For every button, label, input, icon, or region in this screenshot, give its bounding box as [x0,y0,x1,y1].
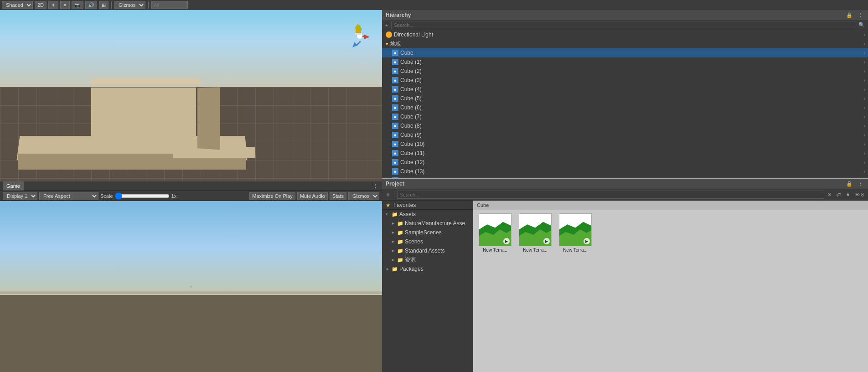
tree-standard[interactable]: ► 📁 Standard Assets [382,246,473,255]
favorites-header[interactable]: ★ Favorites [382,201,473,210]
project-add-btn[interactable]: + [385,191,391,198]
tree-assets[interactable]: ▾ 📁 Assets [382,210,473,219]
hierarchy-cube-6[interactable]: ■ Cube (6) › [382,103,868,112]
tree-packages[interactable]: ► 📁 Packages [382,264,473,274]
standard-label: Standard Assets [405,248,444,254]
cube-icon-2: ■ [392,68,398,74]
audio-btn[interactable]: 🔊 [85,1,97,9]
hierarchy-menu[interactable]: ⋮ [857,12,864,18]
game-tab-header: Game ⋮ [0,181,382,191]
assets-label: Assets [399,211,416,217]
tree-sample[interactable]: ► 📁 SampleScenes [382,228,473,237]
gizmos-dropdown[interactable]: Gizmos [114,1,145,9]
hierarchy-cube-12[interactable]: ■ Cube (12) › [382,158,868,167]
tree-resources[interactable]: ► 📁 资源 [382,255,473,264]
hierarchy-search-input[interactable] [391,21,855,29]
dir-light-icon [386,31,392,38]
cube-icon-1: ■ [392,59,398,65]
cube-chevron-2: › [864,69,865,74]
asset-name-3: New Terra... [563,248,588,253]
display-dropdown[interactable]: Display 1 [3,192,37,200]
project-filter-btn[interactable]: ⊙ [826,191,833,197]
hierarchy-cube-9[interactable]: ■ Cube (9) › [382,130,868,140]
hierarchy-cube-11[interactable]: ■ Cube (11) › [382,149,868,158]
dir-light-label: Directional Light [394,31,433,38]
shading-dropdown[interactable]: Shaded [2,1,33,9]
fav-star-icon: ★ [386,202,391,208]
hierarchy-cube-4[interactable]: ■ Cube (4) › [382,85,868,94]
hierarchy-cube-10[interactable]: ■ Cube (10) › [382,140,868,149]
asset-terrain-3[interactable]: ▶ New Terra... [557,213,594,253]
terrain-play-3[interactable]: ▶ [584,238,590,244]
nature-tri: ► [391,221,396,226]
terrain-play-1[interactable]: ▶ [503,238,510,244]
project-title: Project [386,181,404,187]
terrain-play-2[interactable]: ▶ [543,238,550,244]
hierarchy-cube-5[interactable]: ■ Cube (5) › [382,94,868,103]
cube-label-2: Cube (2) [400,68,422,74]
project-content: ★ Favorites ▾ 📁 Assets ► 📁 NatureMa [382,201,868,372]
cube-icon-10: ■ [392,141,398,147]
gizmo-widget[interactable] [348,24,371,49]
asset-terrain-2[interactable]: ▶ New Terra... [517,213,553,253]
hierarchy-directional-light[interactable]: Directional Light › [382,30,868,39]
project-eye-btn[interactable]: 👁 8 [853,192,865,197]
cube-chevron-8: › [864,124,865,129]
game-gizmos-dropdown[interactable]: Gizmos [348,192,379,200]
game-screen [0,201,382,372]
hierarchy-cube-8[interactable]: ■ Cube (8) › [382,121,868,130]
persp-label: ← Persp [347,62,368,69]
hierarchy-cube-2[interactable]: ■ Cube (2) › [382,67,868,76]
cube-top [91,78,201,84]
cube-chevron-13: › [864,169,865,174]
fx-btn[interactable]: ✦ [60,1,70,9]
hierarchy-cube-3[interactable]: ■ Cube (3) › [382,76,868,85]
scene-search[interactable] [151,1,188,9]
scale-slider[interactable] [115,193,170,199]
2d-toggle[interactable]: 2D [35,1,46,9]
tree-nature[interactable]: ► 📁 NatureManufacture Asse [382,219,473,228]
cube-icon-12: ■ [392,159,398,165]
project-lock[interactable]: 🔒 [845,181,854,187]
hierarchy-panel: Hierarchy 🔒 ⋮ + 🔍 Directional Light › [382,10,868,179]
tree-scenes[interactable]: ► 📁 Scenes [382,237,473,246]
project-star-btn[interactable]: ★ [844,191,852,197]
cube-label-20: Cube (20) [400,177,424,178]
hierarchy-cube[interactable]: ■ Cube › [382,48,868,57]
hierarchy-cube-20[interactable]: ■ Cube (20) › [382,176,868,178]
scene-view[interactable]: ← Persp [0,10,382,181]
cube-chevron-5: › [864,96,865,101]
cube-label-9: Cube (9) [400,132,422,138]
mute-btn[interactable]: Mute Audio [297,192,328,200]
hierarchy-title: Hierarchy [386,12,411,18]
hierarchy-floor[interactable]: ▾ 地板 › [382,39,868,48]
hierarchy-cube-1[interactable]: ■ Cube (1) › [382,57,868,67]
hierarchy-search-icon[interactable]: 🔍 [857,22,866,28]
game-tab[interactable]: Game [3,181,24,191]
cube-icon-7: ■ [392,114,398,120]
cube-chevron-1: › [864,60,865,65]
game-sky [0,201,382,295]
maximize-btn[interactable]: Maximize On Play [249,192,295,200]
cube-chevron-12: › [864,160,865,165]
gizmo-cone-base [355,33,362,35]
hierarchy-lock[interactable]: 🔒 [845,12,854,18]
hierarchy-cube-13[interactable]: ■ Cube (13) › [382,167,868,176]
game-panel-menu[interactable]: ⋮ [372,183,379,189]
cube-icon-11: ■ [392,150,398,156]
stats-btn[interactable]: Stats [330,192,346,200]
project-search-input[interactable] [397,191,824,199]
scale-value: 1x [171,193,177,199]
asset-terrain-1[interactable]: ▶ New Terra... [477,213,513,253]
project-tag-btn[interactable]: 🏷 [835,192,842,197]
aspect-dropdown[interactable]: Free Aspect [39,192,98,200]
lighting-btn[interactable]: ☀ [48,1,58,9]
grid-btn[interactable]: ⊞ [99,1,108,9]
cube-chevron-9: › [864,133,865,138]
project-menu[interactable]: ⋮ [857,181,864,187]
hierarchy-add[interactable]: + [384,22,389,28]
project-toolbar: + ⊙ 🏷 ★ 👁 8 [382,189,868,201]
scene-cam-btn[interactable]: 📷 [72,1,83,9]
hierarchy-cube-7[interactable]: ■ Cube (7) › [382,112,868,121]
packages-tri: ► [386,267,390,271]
